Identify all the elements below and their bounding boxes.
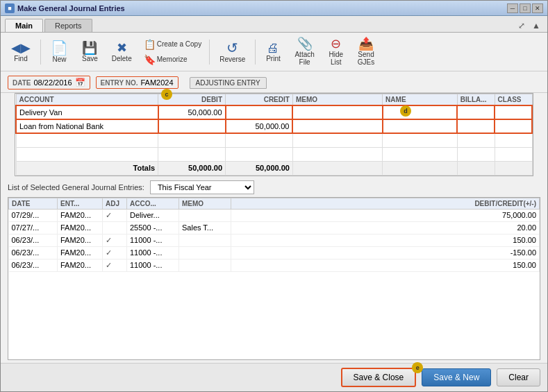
row3-class[interactable] (495, 133, 532, 147)
row1-account[interactable]: Delivery Van (16, 105, 158, 119)
row2-debit[interactable] (158, 119, 226, 133)
row1-billa[interactable] (457, 105, 495, 119)
find-button[interactable]: ◀▶ Find (5, 40, 37, 65)
totals-memo (292, 161, 382, 175)
list-row2-adj (103, 221, 127, 234)
row3-account[interactable] (16, 133, 158, 147)
tab-reports[interactable]: Reports (44, 19, 92, 32)
row3-memo[interactable] (292, 133, 382, 147)
list-row5-memo (179, 259, 231, 271)
totals-billa (457, 161, 495, 175)
totals-row: Totals 50,000.00 50,000.00 (16, 161, 532, 175)
row2-name[interactable] (383, 119, 458, 133)
send-gjes-button[interactable]: 📤 SendGJEs (351, 35, 381, 68)
row3-credit[interactable] (226, 133, 293, 147)
attach-label: AttachFile (294, 51, 314, 66)
list-row4-amount: -150.00 (231, 246, 540, 259)
col-memo: MEMO (292, 94, 382, 106)
row3-name[interactable] (383, 133, 458, 147)
list-row-2[interactable]: 07/27/... FAM20... 25500 -... Sales T...… (9, 221, 540, 234)
row3-debit[interactable] (158, 133, 226, 147)
row2-account[interactable]: Loan from National Bank (16, 119, 158, 133)
row1-name[interactable] (383, 105, 458, 119)
row1-class[interactable] (495, 105, 532, 119)
close-button[interactable]: ✕ (532, 3, 543, 13)
adjusting-entry-button[interactable]: ADJUSTING ENTRY (190, 77, 267, 89)
create-copy-button[interactable]: 📋 Create a Copy (140, 37, 206, 51)
row3-billa[interactable] (457, 133, 495, 147)
reverse-button[interactable]: ↺ Reverse (213, 39, 251, 65)
list-row2-amount: 20.00 (231, 221, 540, 234)
tab-bar: Main Reports ⤢ ▲ (1, 16, 547, 33)
attach-file-button[interactable]: 📎 AttachFile (288, 35, 320, 68)
maximize-button[interactable]: □ (520, 3, 531, 13)
list-row5-adj: ✓ (103, 259, 127, 271)
row4-credit[interactable] (226, 147, 293, 161)
row2-memo[interactable] (292, 119, 382, 133)
main-window: ■ Make General Journal Entries ─ □ ✕ Mai… (0, 0, 548, 392)
date-label: DATE (13, 79, 31, 87)
resize-icon[interactable]: ⤢ (515, 19, 528, 32)
app-icon: ■ (5, 3, 15, 13)
journal-table-wrap: ACCOUNT DEBIT CREDIT MEMO NAME BILLA... … (15, 93, 533, 176)
collapse-icon[interactable]: ▲ (529, 19, 543, 32)
title-bar-controls: ─ □ ✕ (507, 3, 543, 13)
list-row-4[interactable]: 06/23/... FAM20... ✓ 11000 -... -150.00 (9, 246, 540, 259)
row1-credit[interactable] (226, 105, 293, 119)
print-button[interactable]: 🖨 Print (259, 40, 287, 65)
row1-debit[interactable]: 50,000.00 (158, 105, 226, 119)
totals-class (495, 161, 532, 175)
list-row5-ent: FAM20... (58, 259, 103, 271)
journal-row-3 (16, 133, 532, 147)
save-button[interactable]: 💾 Save (76, 40, 104, 65)
entry-no-value[interactable]: FAM2024 (140, 78, 173, 87)
hide-list-button[interactable]: ⊖ HideList (322, 35, 350, 68)
list-row3-memo (179, 234, 231, 246)
row2-class[interactable] (495, 119, 532, 133)
list-label: List of Selected General Journal Entries… (8, 183, 144, 191)
minimize-button[interactable]: ─ (507, 3, 518, 13)
row4-class[interactable] (495, 147, 532, 161)
save-close-button[interactable]: Save & Close (341, 368, 417, 387)
date-value[interactable]: 08/22/2016 (33, 78, 72, 87)
row1-memo[interactable] (292, 105, 382, 119)
row4-name[interactable] (383, 147, 458, 161)
reverse-icon: ↺ (226, 41, 238, 55)
memorize-button[interactable]: 🔖 Memorize (140, 53, 206, 67)
row2-billa[interactable] (457, 119, 495, 133)
list-row-5[interactable]: 06/23/... FAM20... ✓ 11000 -... 150.00 (9, 259, 540, 271)
create-copy-label: Create a Copy (157, 40, 201, 48)
list-row1-adj: ✓ (103, 209, 127, 221)
memorize-label: Memorize (157, 56, 188, 63)
list-table-wrap: DATE ENT... ADJ ACCO... MEMO DEBIT/CREDI… (8, 197, 540, 361)
row4-billa[interactable] (457, 147, 495, 161)
col-class: CLASS (495, 94, 532, 106)
clear-button[interactable]: Clear (497, 368, 540, 386)
tab-main[interactable]: Main (5, 19, 43, 32)
save-new-button[interactable]: Save & New (422, 368, 491, 386)
row2-credit[interactable]: 50,000.00 (226, 119, 293, 133)
calendar-icon[interactable]: 📅 (75, 78, 85, 87)
list-row-3[interactable]: 06/23/... FAM20... ✓ 11000 -... 150.00 (9, 234, 540, 246)
row4-debit[interactable] (158, 147, 226, 161)
window-title: Make General Journal Entries (17, 4, 125, 12)
delete-label: Delete (112, 55, 132, 62)
annotation-d: d (400, 105, 411, 117)
list-row4-adj: ✓ (103, 246, 127, 259)
entry-row: DATE 08/22/2016 📅 ENTRY NO. FAM2024 b AD… (8, 76, 540, 90)
new-icon: 📄 (51, 41, 68, 55)
list-row1-ent: FAM20... (58, 209, 103, 221)
filter-dropdown[interactable]: This Fiscal Year Last Fiscal Year All (150, 180, 254, 194)
list-row3-amount: 150.00 (231, 234, 540, 246)
save-icon: 💾 (82, 42, 97, 54)
toolbar: ◀▶ Find 📄 New 💾 Save ✖ Delete 📋 Create a… (1, 33, 547, 71)
new-button[interactable]: 📄 New (44, 39, 74, 65)
list-row1-date: 07/29/... (9, 209, 58, 221)
list-row-1[interactable]: 07/29/... FAM20... ✓ Deliver... 75,000.0… (9, 209, 540, 221)
journal-table: ACCOUNT DEBIT CREDIT MEMO NAME BILLA... … (15, 94, 533, 176)
delete-button[interactable]: ✖ Delete (106, 40, 138, 65)
row4-account[interactable] (16, 147, 158, 161)
totals-name (383, 161, 458, 175)
find-label: Find (14, 55, 27, 62)
row4-memo[interactable] (292, 147, 382, 161)
